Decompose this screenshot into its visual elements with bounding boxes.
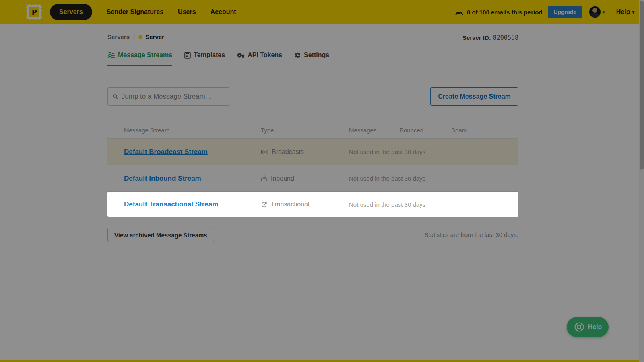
gear-icon bbox=[294, 52, 301, 59]
type-label: Broadcasts bbox=[272, 148, 304, 156]
gauge-icon bbox=[455, 8, 464, 16]
tab-label: Message Streams bbox=[118, 51, 172, 59]
tab-api-tokens[interactable]: API Tokens bbox=[237, 51, 282, 66]
stamp-icon: P bbox=[26, 4, 43, 21]
server-id: Server ID:8200558 bbox=[462, 34, 518, 41]
account-menu[interactable]: ▾ bbox=[589, 6, 605, 18]
usage-note: Not used in the past 30 days bbox=[349, 201, 518, 208]
message-stream-table: Message Stream Type Messages Bounced Spa… bbox=[107, 121, 518, 217]
stream-link-inbound[interactable]: Default Inbound Stream bbox=[124, 175, 201, 183]
breadcrumb-current: Server bbox=[145, 33, 164, 40]
table-row-broadcast: Default Broadcast Stream Broadcasts Not … bbox=[107, 139, 518, 165]
upgrade-button[interactable]: Upgrade bbox=[548, 6, 582, 18]
tab-settings[interactable]: Settings bbox=[294, 51, 329, 66]
nav-item-account[interactable]: Account bbox=[211, 8, 236, 16]
stream-link-transactional[interactable]: Default Transactional Stream bbox=[124, 200, 218, 208]
table-header: Message Stream Type Messages Bounced Spa… bbox=[107, 121, 518, 139]
inbound-icon bbox=[261, 175, 268, 182]
table-row-transactional: Default Transactional Stream Transaction… bbox=[107, 192, 518, 217]
page-header: Servers / Server Server ID:8200558 Messa… bbox=[0, 24, 644, 66]
type-label: Inbound bbox=[271, 175, 294, 182]
create-message-stream-button[interactable]: Create Message Stream bbox=[430, 87, 518, 106]
type-cell: Inbound bbox=[261, 175, 349, 182]
nav-item-servers[interactable]: Servers bbox=[50, 4, 92, 20]
type-cell: Transactional bbox=[261, 201, 349, 208]
help-menu[interactable]: Help ▾ bbox=[616, 8, 634, 16]
nav-right: 0 of 100 emails this period Upgrade ▾ He… bbox=[455, 6, 634, 18]
breadcrumb-separator: / bbox=[133, 33, 135, 40]
column-header-message-stream: Message Stream bbox=[124, 127, 261, 134]
table-row-inbound: Default Inbound Stream Inbound Not used … bbox=[107, 165, 518, 192]
postmark-app: P Servers Sender Signatures Users Accoun… bbox=[0, 0, 644, 362]
usage-note: Not used in the past 30 days bbox=[349, 175, 518, 182]
server-id-value: 8200558 bbox=[493, 34, 518, 41]
avatar bbox=[589, 6, 601, 18]
footer-accent-strip bbox=[0, 360, 644, 362]
svg-text:P: P bbox=[31, 7, 37, 17]
usage-note: Not used in the past 30 days bbox=[349, 148, 518, 155]
scrollbar[interactable] bbox=[639, 0, 644, 362]
nav-item-users[interactable]: Users bbox=[178, 8, 196, 16]
search-icon bbox=[113, 94, 118, 100]
nav-item-sender-signatures[interactable]: Sender Signatures bbox=[107, 8, 163, 16]
help-menu-label: Help bbox=[616, 8, 630, 16]
stats-note: Statistics are from the last 30 days. bbox=[425, 231, 518, 238]
help-fab-label: Help bbox=[588, 323, 602, 331]
key-icon bbox=[237, 52, 245, 58]
view-archived-streams-button[interactable]: View archived Message Streams bbox=[107, 228, 214, 242]
top-nav: P Servers Sender Signatures Users Accoun… bbox=[0, 0, 644, 24]
column-header-spam: Spam bbox=[451, 127, 518, 134]
stream-search bbox=[107, 87, 230, 106]
breadcrumb-servers-link[interactable]: Servers bbox=[107, 33, 130, 40]
tab-label: Settings bbox=[304, 51, 329, 59]
tab-message-streams[interactable]: Message Streams bbox=[107, 51, 172, 66]
stream-link-broadcast[interactable]: Default Broadcast Stream bbox=[124, 148, 208, 156]
usage-meter: 0 of 100 emails this period bbox=[455, 8, 543, 16]
template-icon bbox=[184, 52, 191, 59]
column-header-type: Type bbox=[261, 127, 349, 134]
tab-bar: Message Streams Templates API Tokens bbox=[107, 51, 341, 66]
type-label: Transactional bbox=[271, 201, 309, 208]
column-header-bounced: Bounced bbox=[400, 127, 451, 134]
stream-icon bbox=[107, 52, 115, 58]
chevron-down-icon: ▾ bbox=[603, 10, 605, 15]
server-status-dot bbox=[138, 35, 142, 39]
life-ring-icon bbox=[574, 321, 585, 333]
tab-label: API Tokens bbox=[248, 51, 282, 59]
tab-label: Templates bbox=[194, 51, 225, 59]
column-header-messages: Messages bbox=[349, 127, 400, 134]
scrollbar-thumb[interactable] bbox=[640, 1, 644, 170]
help-fab-button[interactable]: Help bbox=[567, 317, 609, 337]
transactional-icon bbox=[261, 201, 268, 208]
usage-text: 0 of 100 emails this period bbox=[467, 9, 543, 16]
chevron-down-icon: ▾ bbox=[632, 10, 634, 15]
type-cell: Broadcasts bbox=[261, 148, 349, 156]
postmark-logo[interactable]: P bbox=[26, 4, 43, 21]
tab-templates[interactable]: Templates bbox=[184, 51, 225, 66]
breadcrumb: Servers / Server bbox=[107, 33, 164, 40]
broadcast-icon bbox=[261, 149, 268, 155]
server-id-label: Server ID: bbox=[462, 34, 491, 41]
search-input[interactable] bbox=[122, 93, 225, 101]
